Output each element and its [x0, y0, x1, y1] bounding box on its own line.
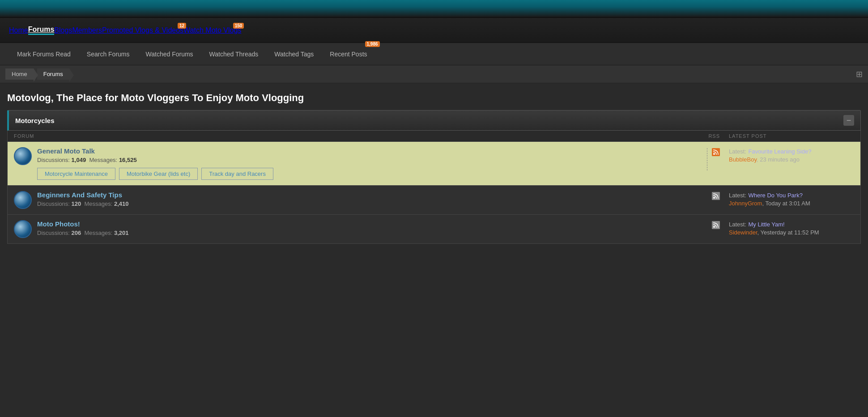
latest-user-general[interactable]: BubbleBoy: [729, 156, 757, 163]
nav-item-vlogs[interactable]: 12 Promoted Vlogs & Videos: [102, 26, 183, 34]
latest-title-general[interactable]: Favourite Leaning Side?: [748, 148, 811, 155]
breadcrumb-bar: Home Forums ⊞: [0, 65, 868, 83]
rss-icon-wrap-beginners: [693, 191, 720, 200]
subforums-row-general: Motorcycle Maintenance Motorbike Gear (l…: [37, 168, 693, 180]
divider-general: [707, 148, 707, 170]
breadcrumb: Home Forums: [5, 68, 69, 80]
svg-rect-0: [712, 148, 720, 156]
section-header: Motorcycles −: [7, 110, 861, 131]
rss-icon-beginners[interactable]: [712, 192, 720, 200]
discussions-label-beginners: Discussions:: [37, 200, 70, 207]
latest-user-photos[interactable]: Sidewinder: [729, 229, 757, 236]
nav-link-watch[interactable]: Watch Moto Vlogs: [183, 26, 241, 34]
subnav-link-watched-forums[interactable]: Watched Forums: [138, 43, 201, 65]
rss-icon-photos[interactable]: [712, 221, 720, 229]
nav-link-vlogs[interactable]: Promoted Vlogs & Videos: [102, 26, 183, 34]
subnav-item-recent-posts[interactable]: 1,986 Recent Posts: [322, 43, 375, 65]
forum-row-general-moto-talk: General Moto Talk Discussions: 1,049 Mes…: [7, 142, 861, 186]
sub-nav: Mark Forums Read Search Forums Watched F…: [0, 43, 868, 65]
discussions-count-general: 1,049: [72, 157, 86, 163]
forum-row-moto-photos: Moto Photos! Discussions: 206 Messages: …: [7, 215, 861, 244]
subforum-link-track-day[interactable]: Track day and Racers: [201, 168, 273, 180]
messages-count-general: 16,525: [119, 157, 137, 163]
latest-info-beginners: Latest: Where Do You Park? JohnnyGrom, T…: [720, 191, 854, 207]
subnav-item-search[interactable]: Search Forums: [79, 43, 138, 65]
nav-item-home[interactable]: Home: [9, 26, 28, 34]
col-header-rss: RSS: [693, 133, 720, 139]
rss-icon-wrap-photos: [693, 220, 720, 229]
latest-user-beginners[interactable]: JohnnyGrom: [729, 200, 762, 207]
col-header-forum: FORUM: [14, 133, 693, 139]
site-header: [0, 0, 868, 18]
watch-badge: 150: [233, 23, 244, 29]
subnav-item-watched-forums[interactable]: Watched Forums: [138, 43, 201, 65]
forum-info-photos: Moto Photos! Discussions: 206 Messages: …: [37, 220, 693, 236]
latest-label-photos: Latest:: [729, 221, 746, 228]
forum-title-moto-photos[interactable]: Moto Photos!: [37, 220, 693, 228]
breadcrumb-forums[interactable]: Forums: [37, 68, 69, 80]
nav-link-members[interactable]: Members: [72, 26, 102, 34]
subforum-link-motorcycle-maintenance[interactable]: Motorcycle Maintenance: [37, 168, 115, 180]
grid-view-icon[interactable]: ⊞: [856, 69, 863, 79]
nav-item-members[interactable]: Members: [72, 26, 102, 34]
forum-info-beginners: Beginners And Safety Tips Discussions: 1…: [37, 191, 693, 207]
messages-label-general: Messages:: [89, 157, 117, 163]
latest-info-general: Latest: Favourite Leaning Side? BubbleBo…: [720, 147, 854, 163]
col-header-latest: LATEST POST: [720, 133, 854, 139]
latest-title-beginners[interactable]: Where Do You Park?: [748, 192, 802, 199]
subnav-link-mark-read[interactable]: Mark Forums Read: [9, 43, 79, 65]
latest-time-photos: , Yesterday at 11:52 PM: [757, 229, 819, 236]
svg-rect-4: [712, 221, 720, 229]
latest-title-photos[interactable]: My Little Yam!: [748, 221, 784, 228]
forum-icon-general: [14, 147, 32, 165]
subnav-item-watched-tags[interactable]: Watched Tags: [266, 43, 322, 65]
latest-time-beginners: , Today at 3:01 AM: [762, 200, 810, 207]
recent-posts-badge: 1,986: [365, 41, 380, 47]
rss-icon-wrap-general: [693, 147, 720, 170]
discussions-label-general: Discussions:: [37, 157, 70, 163]
latest-info-photos: Latest: My Little Yam! Sidewinder, Yeste…: [720, 220, 854, 236]
svg-rect-2: [712, 192, 720, 200]
latest-label-general: Latest:: [729, 148, 746, 155]
subnav-link-search[interactable]: Search Forums: [79, 43, 138, 65]
column-headers: FORUM RSS LATEST POST: [7, 131, 861, 142]
svg-point-1: [713, 153, 715, 155]
subnav-link-watched-threads[interactable]: Watched Threads: [201, 43, 267, 65]
messages-label-photos: Messages:: [85, 230, 113, 236]
discussions-label-photos: Discussions:: [37, 230, 70, 236]
subnav-item-mark-read[interactable]: Mark Forums Read: [9, 43, 79, 65]
section-title: Motorcycles: [15, 117, 55, 124]
messages-count-beginners: 2,410: [114, 200, 129, 207]
nav-link-forums[interactable]: Forums: [28, 26, 55, 33]
forum-meta-beginners: Discussions: 120 Messages: 2,410: [37, 200, 693, 207]
subnav-link-watched-tags[interactable]: Watched Tags: [266, 43, 322, 65]
messages-count-photos: 3,201: [114, 230, 129, 236]
svg-point-5: [713, 226, 715, 228]
forum-title-beginners-safety[interactable]: Beginners And Safety Tips: [37, 191, 693, 199]
latest-label-beginners: Latest:: [729, 192, 746, 199]
messages-label-beginners: Messages:: [85, 200, 113, 207]
discussions-count-beginners: 120: [72, 200, 81, 207]
forum-icon-photos: [14, 220, 32, 238]
nav-item-watch[interactable]: 150 Watch Moto Vlogs: [183, 26, 241, 34]
discussions-count-photos: 206: [72, 230, 81, 236]
forum-section-motorcycles: Motorcycles − FORUM RSS LATEST POST Gene…: [7, 110, 861, 244]
main-nav: Home Forums Blogs Members 12 Promoted Vl…: [0, 18, 868, 43]
forum-icon-beginners: [14, 191, 32, 209]
forum-meta-photos: Discussions: 206 Messages: 3,201: [37, 230, 693, 236]
nav-link-home[interactable]: Home: [9, 26, 28, 34]
breadcrumb-home[interactable]: Home: [5, 68, 34, 80]
nav-item-blogs[interactable]: Blogs: [54, 26, 72, 34]
nav-link-blogs[interactable]: Blogs: [54, 26, 72, 34]
subforum-link-motorbike-gear[interactable]: Motorbike Gear (lids etc): [119, 168, 198, 180]
forum-title-general-moto-talk[interactable]: General Moto Talk: [37, 147, 693, 155]
vlogs-badge: 12: [178, 23, 186, 29]
latest-time-general: , 23 minutes ago: [757, 156, 800, 163]
subnav-item-watched-threads[interactable]: Watched Threads: [201, 43, 267, 65]
svg-point-3: [713, 197, 715, 199]
nav-item-forums[interactable]: Forums: [28, 26, 55, 35]
forum-row-beginners-safety: Beginners And Safety Tips Discussions: 1…: [7, 186, 861, 215]
page-title: Motovlog, The Place for Moto Vloggers To…: [0, 83, 868, 110]
section-collapse-button[interactable]: −: [843, 115, 854, 126]
rss-icon-general[interactable]: [712, 148, 720, 156]
